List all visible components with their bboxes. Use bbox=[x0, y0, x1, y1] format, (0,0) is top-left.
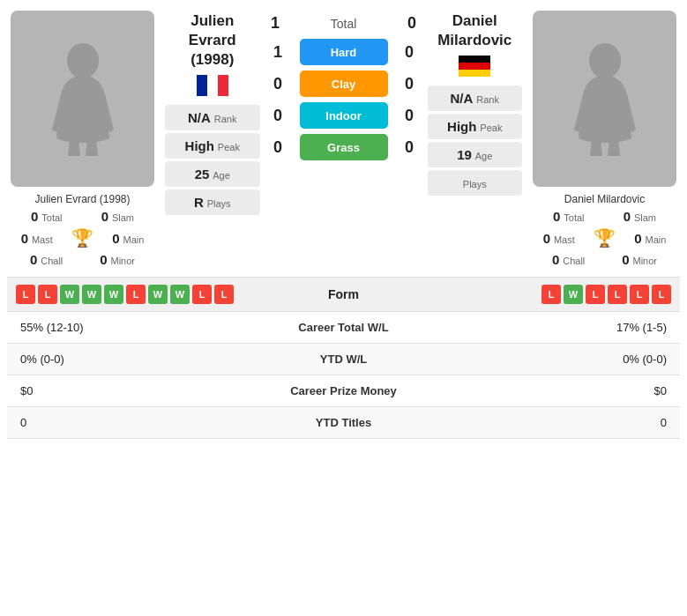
left-player-lower: Julien Evrard (1998) 0 Total 0 Slam 0 Ma… bbox=[7, 190, 158, 270]
stat-right-val: 0 bbox=[444, 407, 680, 439]
right-peak-box: High Peak bbox=[428, 114, 523, 139]
left-peak-box: High Peak bbox=[165, 133, 260, 159]
right-age-val: 19 bbox=[457, 147, 472, 162]
left-chall-lbl: Chall bbox=[41, 256, 63, 266]
right-mast-val: 0 bbox=[543, 231, 550, 246]
right-form-badge: L bbox=[541, 285, 561, 304]
right-stats-row-3: 0 Chall 0 Minor bbox=[534, 252, 676, 267]
left-stats-row-2: 0 Mast 🏆 0 Main bbox=[11, 227, 153, 249]
left-player-photo bbox=[11, 11, 154, 187]
top-row: Julien Evrard (1998) 0 Total 0 Slam 0 Ma… bbox=[7, 7, 680, 270]
svg-rect-2 bbox=[207, 75, 218, 96]
hard-label: Hard bbox=[331, 46, 357, 59]
right-main-stat: 0 Main bbox=[634, 231, 666, 246]
center-scores-col: 1 Total 0 1 Hard 0 0 Clay 0 bbox=[265, 7, 423, 163]
right-slam-stat: 0 Slam bbox=[624, 209, 656, 224]
left-plays-lbl: Plays bbox=[207, 198, 231, 209]
left-form-badge: L bbox=[126, 285, 146, 304]
left-slam-stat: 0 Slam bbox=[101, 209, 134, 224]
right-peak-val: High bbox=[447, 119, 476, 134]
stats-table: 55% (12-10) Career Total W/L 17% (1-5) 0… bbox=[7, 312, 680, 439]
right-silhouette-icon bbox=[574, 41, 636, 156]
stat-center-label: YTD Titles bbox=[243, 407, 444, 439]
right-stats-row-2: 0 Mast 🏆 0 Main bbox=[534, 227, 676, 249]
right-total-val: 0 bbox=[553, 209, 560, 224]
right-form-badge: L bbox=[586, 285, 605, 304]
left-form-badge: W bbox=[60, 285, 79, 304]
right-age-box: 19 Age bbox=[428, 142, 523, 167]
left-total-stat: 0 Total bbox=[31, 209, 62, 224]
left-rank-val: N/A bbox=[188, 110, 211, 125]
grass-label: Grass bbox=[327, 141, 360, 154]
svg-point-0 bbox=[67, 43, 99, 78]
right-form-badge: L bbox=[652, 285, 671, 304]
stats-row: 0% (0-0) YTD W/L 0% (0-0) bbox=[7, 344, 680, 375]
indoor-badge: Indoor bbox=[300, 102, 388, 129]
form-label: Form bbox=[309, 287, 379, 301]
left-mast-lbl: Mast bbox=[32, 234, 53, 245]
stats-row: $0 Career Prize Money $0 bbox=[7, 375, 680, 407]
svg-rect-5 bbox=[459, 63, 490, 70]
right-trophy-icon: 🏆 bbox=[594, 227, 616, 249]
svg-rect-3 bbox=[218, 75, 228, 96]
total-score-right: 0 bbox=[401, 14, 423, 33]
right-total-lbl: Total bbox=[564, 212, 584, 223]
right-info-col: Daniel Milardovic N/A Rank High Peak 19 … bbox=[423, 7, 530, 203]
right-plays-box: Plays bbox=[428, 170, 523, 196]
stat-right-val: 0% (0-0) bbox=[444, 344, 680, 375]
right-player-photo bbox=[533, 11, 676, 187]
right-rank-lbl: Rank bbox=[476, 94, 499, 105]
right-player-lower: Daniel Milardovic 0 Total 0 Slam 0 Mast bbox=[529, 190, 680, 270]
right-stats-row-1: 0 Total 0 Slam bbox=[534, 209, 676, 224]
left-total-lbl: Total bbox=[41, 212, 62, 223]
svg-rect-4 bbox=[459, 56, 490, 63]
right-form-badge: L bbox=[608, 285, 627, 304]
left-form-badges: LLWWWLWWLL bbox=[16, 285, 309, 304]
form-row: LLWWWLWWLL Form LWLLLL bbox=[7, 277, 680, 312]
left-main-lbl: Main bbox=[123, 234, 145, 245]
germany-flag-icon bbox=[459, 56, 490, 77]
hard-score-left: 1 bbox=[267, 43, 289, 62]
left-minor-stat: 0 Minor bbox=[100, 252, 135, 267]
left-form-badge: W bbox=[148, 285, 168, 304]
indoor-label: Indoor bbox=[325, 109, 361, 122]
indoor-score-right: 0 bbox=[399, 107, 421, 125]
clay-score-right: 0 bbox=[399, 75, 421, 93]
right-form-badge: L bbox=[630, 285, 649, 304]
left-chall-val: 0 bbox=[30, 252, 37, 267]
right-under-photo-name: Daniel Milardovic bbox=[534, 193, 676, 205]
grass-badge: Grass bbox=[300, 134, 388, 160]
grass-score-row: 0 Grass 0 bbox=[267, 131, 421, 163]
right-minor-val: 0 bbox=[622, 252, 629, 267]
right-player-name: Daniel Milardovic bbox=[428, 11, 523, 50]
hard-score-right: 0 bbox=[399, 43, 421, 62]
left-minor-val: 0 bbox=[100, 252, 107, 267]
left-main-stat: 0 Main bbox=[112, 231, 144, 246]
left-minor-lbl: Minor bbox=[111, 256, 136, 266]
right-slam-lbl: Slam bbox=[634, 212, 656, 223]
indoor-score-left: 0 bbox=[267, 107, 289, 125]
left-peak-val: High bbox=[185, 138, 214, 153]
left-age-val: 25 bbox=[195, 167, 210, 182]
left-player-photo-col: Julien Evrard (1998) 0 Total 0 Slam 0 Ma… bbox=[7, 7, 158, 270]
right-chall-val: 0 bbox=[552, 252, 559, 267]
total-score-left: 1 bbox=[265, 14, 287, 33]
hard-badge: Hard bbox=[300, 39, 388, 65]
clay-badge: Clay bbox=[300, 71, 388, 97]
right-peak-lbl: Peak bbox=[480, 122, 502, 133]
left-rank-lbl: Rank bbox=[214, 114, 237, 124]
left-under-photo-name: Julien Evrard (1998) bbox=[11, 193, 153, 205]
right-chall-stat: 0 Chall bbox=[552, 252, 585, 267]
stat-left-val: $0 bbox=[7, 375, 243, 407]
right-total-stat: 0 Total bbox=[553, 209, 584, 224]
svg-point-7 bbox=[589, 43, 621, 78]
right-rank-box: N/A Rank bbox=[428, 85, 523, 111]
left-stats-row-3: 0 Chall 0 Minor bbox=[11, 252, 153, 267]
right-plays-lbl: Plays bbox=[463, 179, 487, 189]
left-age-lbl: Age bbox=[213, 170, 230, 181]
left-plays-val: R bbox=[194, 195, 204, 210]
left-form-badge: W bbox=[104, 285, 123, 304]
right-form-badges: LWLLLL bbox=[379, 285, 672, 304]
left-form-badge: W bbox=[82, 285, 101, 304]
left-stats-row-1: 0 Total 0 Slam bbox=[11, 209, 153, 224]
